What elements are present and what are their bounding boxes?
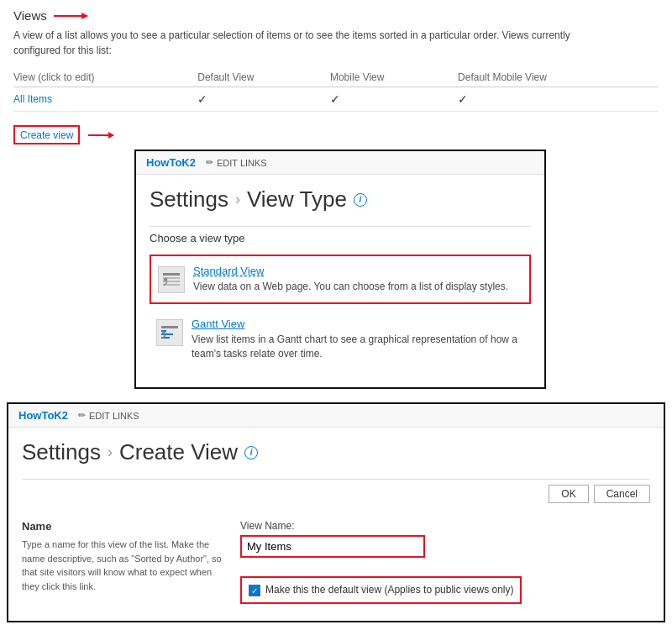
create-view-link[interactable]: Create view — [20, 129, 73, 141]
top-section: Views A view of a list allows you to see… — [0, 0, 672, 158]
cancel-button[interactable]: Cancel — [594, 485, 650, 503]
name-section: Name Type a name for this view of the li… — [22, 520, 650, 604]
create-view-panel: HowToK2 ✏ EDIT LINKS Settings › Create V… — [7, 402, 665, 622]
svg-point-10 — [162, 331, 165, 334]
edit-icon-cv: ✏ — [78, 410, 86, 421]
info-icon-cv: i — [244, 446, 258, 459]
col-view-name: View (click to edit) — [13, 68, 197, 87]
views-table-header-row: View (click to edit) Default View Mobile… — [13, 68, 659, 87]
gantt-view-option[interactable]: Gantt View View list items in a Gantt ch… — [150, 309, 531, 370]
col-mobile-view: Mobile View — [330, 68, 458, 87]
standard-view-content: Standard View View data on a Web page. Y… — [193, 265, 508, 294]
gantt-view-desc: View list items in a Gantt chart to see … — [192, 333, 524, 361]
col-default-mobile-view: Default Mobile View — [458, 68, 659, 87]
standard-view-option[interactable]: Standard View View data on a Web page. Y… — [150, 255, 531, 304]
view-name-cell[interactable]: All Items — [13, 87, 197, 112]
breadcrumb-arrow-vt: › — [235, 191, 240, 208]
views-title: Views — [13, 8, 47, 23]
ok-button[interactable]: OK — [549, 485, 588, 503]
create-view-section: HowToK2 ✏ EDIT LINKS Settings › Create V… — [3, 402, 669, 622]
settings-title-vt: Settings › View Type i — [150, 186, 531, 213]
name-hint: Type a name for this view of the list. M… — [22, 538, 223, 593]
view-type-panel: HowToK2 ✏ EDIT LINKS Settings › View Typ… — [134, 150, 546, 389]
svg-rect-6 — [161, 326, 178, 328]
views-description: A view of a list allows you to see a par… — [13, 28, 601, 58]
gantt-view-content: Gantt View View list items in a Gantt ch… — [192, 318, 524, 361]
default-view-checkbox[interactable]: ✓ — [249, 585, 260, 596]
edit-icon-vt: ✏ — [206, 157, 213, 168]
create-view-panel-body: Settings › Create View i OK Cancel Name … — [8, 428, 664, 621]
panel-area: HowToK2 ✏ EDIT LINKS Settings › View Typ… — [0, 158, 672, 389]
edit-links-vt[interactable]: ✏ EDIT LINKS — [206, 157, 267, 168]
default-view-row: ✓ Make this the default view (Applies to… — [240, 576, 522, 604]
divider-cv — [22, 479, 650, 480]
view-type-panel-header: HowToK2 ✏ EDIT LINKS — [136, 151, 544, 175]
view-type-panel-body: Settings › View Type i Choose a view typ… — [136, 175, 544, 387]
create-view-box: Create view — [13, 125, 80, 144]
svg-point-4 — [164, 278, 167, 281]
standard-view-desc: View data on a Web page. You can choose … — [193, 280, 508, 294]
standard-view-title[interactable]: Standard View — [193, 265, 508, 277]
views-title-row: Views — [13, 8, 659, 23]
view-name-input[interactable] — [240, 535, 425, 558]
view-name-label: View Name: — [240, 520, 650, 532]
col-default-view: Default View — [197, 68, 330, 87]
name-label-col: Name Type a name for this view of the li… — [22, 520, 223, 593]
name-input-col: View Name: ✓ Make this the default view … — [240, 520, 650, 604]
default-view-text: Make this the default view (Applies to p… — [265, 583, 513, 597]
create-view-row: Create view — [13, 120, 659, 150]
svg-rect-0 — [163, 273, 180, 276]
site-name-cv: HowToK2 — [18, 409, 68, 422]
site-name-vt: HowToK2 — [146, 156, 196, 169]
gantt-view-icon — [156, 319, 183, 346]
create-view-panel-header: HowToK2 ✏ EDIT LINKS — [8, 404, 664, 428]
default-view-section: ✓ Make this the default view (Applies to… — [240, 566, 650, 604]
views-arrow-right — [54, 15, 87, 17]
views-table: View (click to edit) Default View Mobile… — [13, 68, 659, 112]
gantt-view-title[interactable]: Gantt View — [192, 318, 524, 330]
edit-links-cv[interactable]: ✏ EDIT LINKS — [78, 410, 139, 421]
mobile-view-cell: ✓ — [330, 87, 458, 112]
name-label: Name — [22, 520, 223, 533]
checkbox-checkmark: ✓ — [251, 586, 258, 596]
default-mobile-view-cell: ✓ — [458, 87, 659, 112]
table-row: All Items ✓ ✓ ✓ — [13, 87, 659, 112]
view-type-panel-wrapper: HowToK2 ✏ EDIT LINKS Settings › View Typ… — [67, 158, 479, 389]
divider-vt — [150, 226, 531, 227]
create-view-arrow — [88, 134, 113, 136]
breadcrumb-arrow-cv: › — [108, 444, 113, 461]
ok-cancel-row: OK Cancel — [22, 485, 650, 503]
choose-view-text: Choose a view type — [150, 232, 531, 244]
settings-title-cv: Settings › Create View i — [22, 439, 650, 465]
standard-view-icon — [158, 266, 185, 293]
info-icon-vt: i — [354, 193, 367, 207]
default-view-cell: ✓ — [197, 87, 330, 112]
